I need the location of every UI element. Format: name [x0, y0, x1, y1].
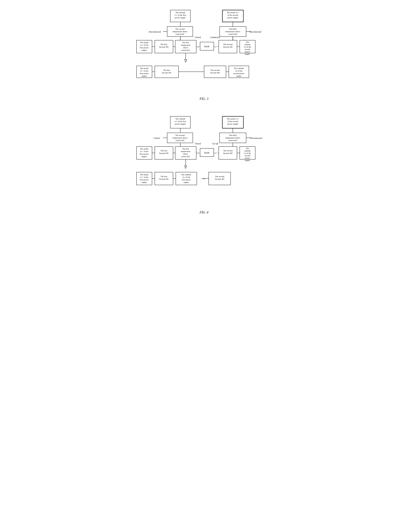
k02-text1: The second	[175, 28, 185, 30]
anode-v2-text3: power supply	[227, 17, 238, 19]
fig3-container: The cathode v1- of the first power suppl…	[126, 4, 283, 110]
f4-k01-t4: switch k01	[181, 155, 190, 158]
k01-t4: switch k01	[181, 49, 190, 51]
k03-text3: switch k03	[228, 33, 237, 35]
disconnected-left-label: Disconnected	[149, 31, 161, 33]
f4-disconnected-right: Disconnected	[250, 137, 262, 139]
f4-fan-m2-top-t1: The second	[223, 150, 232, 152]
f4-minus-label: -	[215, 152, 216, 155]
f4-anode-v1-bot-t4: supply	[141, 181, 147, 183]
f4-fan-m1-top-t2: fan part M1	[159, 152, 169, 154]
f4-cut-off: Cut off	[212, 142, 218, 145]
f4-fan-m2-bot-t2: fan part M2	[215, 178, 224, 180]
cathode-v2-top-t3: v2-of the	[244, 46, 251, 48]
f4-cathode-v1-bot-t3: first power	[182, 178, 191, 181]
f4-fan-m2-top-t2: fan part M2	[223, 152, 233, 154]
cathode-v2-top-t5: power	[245, 51, 250, 53]
f4-anode-v1-top-t1: The anode	[140, 148, 148, 150]
k01-t2: temperature	[181, 44, 190, 46]
f4-cathode-v1-t1: The cathode	[175, 118, 185, 120]
fig3-svg: The cathode v1- of the first power suppl…	[126, 7, 283, 95]
f4-anode-v1-top-t2: v1+ of the	[140, 150, 148, 152]
k01-t3: detect	[183, 46, 188, 49]
f4-fan-m1-bot-t2: fan part M1	[159, 178, 169, 180]
anode-v1-top-t1: The anode	[140, 41, 148, 44]
fig4-container: The cathode v1- of the first power suppl…	[126, 110, 283, 223]
f4-k01-t1: The first	[182, 148, 189, 150]
f4-anode-v1-bot-t3: first power	[140, 178, 149, 181]
f4-anode-v1-top-t3: first power	[140, 153, 149, 155]
f4-cathode-v2-top-t5: power	[245, 157, 250, 159]
f4-cathode-v2-top-t4: second	[245, 154, 250, 157]
anode-v1-bot-t4: supply	[141, 75, 147, 77]
f4-closed-left: Closed	[153, 137, 160, 139]
k02-text3: switch k02	[176, 33, 184, 35]
f4-fan-m2-bot-t1: The second	[215, 175, 224, 177]
f4-anode-v2-t2: of the second	[227, 120, 238, 122]
f4-closed-k01: Closed	[195, 142, 201, 145]
cathode-v1-text: The cathode	[175, 11, 185, 14]
f4-k03-t1: The third	[229, 134, 237, 136]
f4-arrow-down	[185, 166, 187, 168]
fan-m1-top-t2: fan part M1	[159, 46, 169, 48]
fig3-label: FIG. 3	[126, 97, 283, 101]
cathode-v2-top-t6: supply	[245, 53, 250, 55]
k03-text1: The third	[229, 28, 237, 30]
cathode-v2-top-t4: second	[245, 48, 250, 50]
f4-cathode-v1-bot-t2: v1- of the	[182, 176, 190, 178]
f4-k01-t2: temperature	[181, 150, 190, 152]
f4-anode-v2-t1: The anode v2+	[227, 118, 239, 120]
f4-fan-m1-bot-t1: The first	[161, 175, 167, 177]
f4-cathode-v2-top-t6: supply	[245, 159, 250, 161]
cathode-v2-bot-t3: second power	[233, 72, 244, 74]
cathode-v2-top-t2: cathode	[244, 43, 250, 45]
cathode-v2-bot-t1: The cathode	[234, 67, 244, 69]
f4-k03-t2: temperature detect	[225, 137, 240, 139]
f4-cathode-v1-t2: v1- of the first	[174, 120, 186, 122]
f4-anode-v2-t3: power supply	[227, 123, 238, 125]
anode-v1-top-t4: supply	[141, 49, 147, 51]
f4-anode-v1-top-t4: supply	[141, 155, 147, 158]
disconnected-right-label: Disconnected	[249, 31, 261, 33]
anode-v1-bot-t2: v1+ of the	[140, 70, 148, 72]
f4-fan-m1-top-t1: The first	[161, 150, 167, 152]
minus-label: -	[215, 46, 216, 48]
f4-k02-t1: The second	[175, 134, 185, 136]
fan-m1-bot-t2: fan part M1	[162, 71, 171, 74]
anode-v1-top-t2: v1+ of the	[140, 44, 148, 46]
fan-m1-bot-t1: The first	[163, 69, 170, 71]
f4-k03-t3: switch k03	[228, 139, 237, 142]
anode-v1-top-t3: first power	[140, 46, 149, 49]
cathode-v2-top-t1: The	[246, 41, 249, 43]
fig4-label: FIG. 4	[126, 211, 283, 214]
f4-cathode-v2-top-t1: The	[246, 147, 249, 150]
f4-plus-label: +	[197, 152, 199, 155]
anode-v1-bot-t3: first power	[140, 72, 149, 74]
f4-anode-v1-bot-t2: v1+ of the	[140, 176, 148, 178]
fan-m2-bot-t2: fan part M2	[210, 71, 220, 74]
fan-m2-top-t1: The second	[223, 43, 232, 45]
f4-cathode-v1-t3: power supply	[175, 123, 186, 125]
k03-text2: temperature detect	[225, 30, 240, 33]
fan-m2-bot-t1: The second	[210, 69, 220, 71]
fan-m1-top-t1: The first	[161, 43, 167, 45]
f4-cathode-v1-bot-t1: The cathode	[181, 173, 191, 176]
fig4-svg: The cathode v1- of the first power suppl…	[126, 114, 283, 209]
k02-text2: temperature detect	[172, 30, 187, 33]
arrow-down	[185, 60, 187, 62]
f4-cathode-v2-top-t3: v2-of the	[244, 152, 251, 154]
fan-m2-top-t2: fan part M2	[223, 46, 233, 48]
anode-v2-text2: of the second	[227, 14, 238, 16]
f4-cathode-v2-top-t2: cathode	[244, 150, 250, 152]
f4-anode-v1-bot-t1: The anode	[140, 173, 148, 176]
f4-k02-t2: temperature detect	[172, 137, 187, 139]
cathode-v2-bot-t2: v2-of the	[235, 70, 242, 72]
f4-x-mark: ×	[203, 177, 205, 181]
diode-text: Diode	[204, 45, 209, 48]
anode-v2-text: The anode v2+	[227, 11, 239, 14]
f4-k01-t3: detect	[183, 153, 188, 155]
f4-k02-t3: switch k02	[176, 139, 184, 142]
plus-label: +	[197, 46, 199, 48]
f4-diode-text: Diode	[204, 151, 209, 154]
cathode-v1-text2: v1- of the first	[174, 14, 186, 16]
